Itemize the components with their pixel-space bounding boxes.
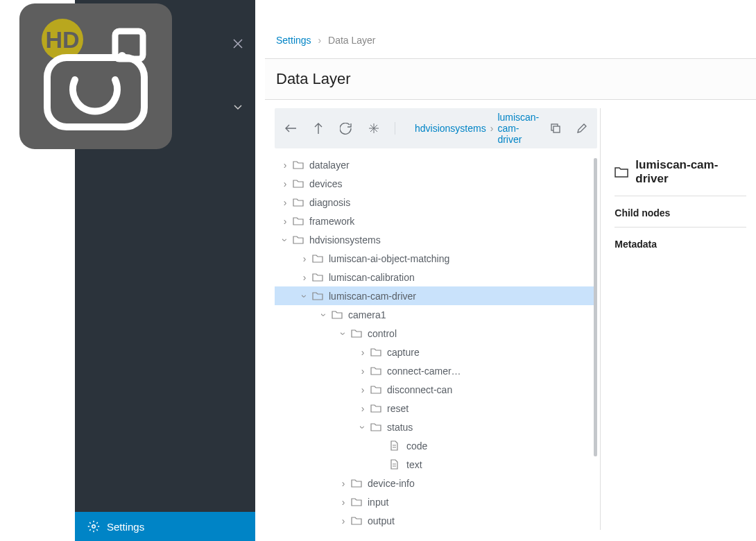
tree-node[interactable]: ›lumiscan-calibration (275, 268, 597, 286)
folder-icon (293, 198, 305, 207)
tree-node[interactable]: ›disconnect-can (275, 380, 597, 399)
chevron-down-icon[interactable]: › (338, 327, 349, 340)
svg-rect-7 (553, 126, 560, 132)
breadcrumb: Settings › Data Layer (265, 35, 756, 58)
tree-node[interactable]: ›reset (275, 399, 597, 418)
chevron-right-icon[interactable]: › (356, 403, 369, 414)
chevron-right-icon[interactable]: › (337, 497, 350, 508)
file-icon (390, 440, 402, 451)
folder-icon (332, 310, 344, 319)
tree-node[interactable]: ›device-info (275, 474, 597, 492)
toolbar-breadcrumb: hdvisionsystems › lumiscan-cam-driver (400, 112, 539, 145)
sidebar-item-settings[interactable]: Settings (75, 512, 255, 541)
detail-title: lumiscan-cam-driver (635, 158, 746, 186)
chevron-right-icon[interactable]: › (337, 515, 350, 526)
file-icon (390, 459, 402, 470)
tree-node[interactable]: ›diagnosis (275, 193, 597, 212)
tree-node[interactable]: ›lumiscan-ai-object-matching (275, 249, 597, 268)
breadcrumb-current: Data Layer (328, 35, 375, 46)
chevron-right-icon[interactable]: › (279, 160, 291, 171)
chevron-right-icon[interactable]: › (279, 178, 291, 189)
tree-node-selected[interactable]: ›lumiscan-cam-driver (275, 286, 597, 305)
svg-point-5 (92, 525, 96, 529)
chevron-right-icon[interactable]: › (337, 478, 350, 489)
folder-icon (615, 166, 628, 178)
tree: ›datalayer ›devices ›diagnosis ›framewor… (275, 155, 597, 530)
folder-icon (312, 273, 325, 282)
folder-icon (293, 235, 305, 244)
folder-icon (351, 479, 363, 488)
chevron-down-icon[interactable]: › (357, 421, 368, 433)
detail-section-metadata: Metadata (615, 227, 746, 258)
tree-node[interactable]: ›framework (275, 212, 597, 230)
toolbar-breadcrumb-2[interactable]: lumiscan-cam-driver (497, 112, 539, 145)
svg-rect-2 (47, 58, 144, 127)
chevron-right-icon[interactable]: › (356, 366, 369, 377)
detail-title-row: lumiscan-cam-driver (615, 158, 746, 196)
tree-panel: hdvisionsystems › lumiscan-cam-driver ›d… (275, 108, 597, 530)
tree-leaf[interactable]: text (275, 455, 597, 474)
tree-node[interactable]: ›output (275, 511, 597, 530)
tree-node[interactable]: ›connect-camer… (275, 361, 597, 380)
copy-icon[interactable] (550, 123, 561, 134)
chevron-down-icon[interactable]: › (318, 309, 329, 321)
close-icon[interactable] (233, 39, 243, 49)
tree-node[interactable]: ›capture (275, 343, 597, 361)
sidebar-settings-label: Settings (107, 521, 144, 533)
tree-node[interactable]: ›datalayer (275, 155, 597, 174)
tree-toolbar: hdvisionsystems › lumiscan-cam-driver (275, 108, 597, 148)
chevron-right-icon[interactable]: › (279, 197, 291, 208)
chevron-right-icon[interactable]: › (298, 272, 311, 283)
folder-icon (293, 160, 305, 169)
folder-icon (370, 422, 383, 431)
folder-icon (312, 291, 325, 300)
folder-icon (351, 516, 363, 525)
svg-point-4 (118, 52, 126, 60)
gear-icon (87, 520, 100, 533)
chevron-right-icon[interactable]: › (298, 253, 311, 264)
chevron-right-icon[interactable]: › (279, 216, 291, 227)
detail-panel: lumiscan-cam-driver Child nodes Metadata (600, 108, 746, 530)
app-logo: HD (19, 3, 172, 149)
tree-leaf[interactable]: code (275, 436, 597, 455)
tree-node[interactable]: ›status (275, 418, 597, 436)
page-title-bar: Data Layer (265, 58, 756, 100)
page-title: Data Layer (276, 70, 745, 88)
toolbar-breadcrumb-1[interactable]: hdvisionsystems (415, 123, 486, 134)
chevron-right-icon[interactable]: › (356, 347, 369, 358)
folder-icon (351, 329, 363, 338)
folder-icon (293, 216, 305, 225)
tree-node[interactable]: ›devices (275, 174, 597, 193)
chevron-right-icon: › (490, 123, 494, 134)
folder-icon (351, 497, 363, 506)
chevron-down-icon[interactable] (233, 104, 243, 111)
breadcrumb-root[interactable]: Settings (276, 35, 311, 46)
back-icon[interactable] (284, 123, 297, 133)
tree-node[interactable]: ›camera1 (275, 305, 597, 324)
folder-icon (370, 404, 383, 413)
sparkle-icon[interactable] (368, 123, 379, 134)
detail-section-child-nodes: Child nodes (615, 196, 746, 227)
edit-icon[interactable] (576, 123, 587, 134)
tree-node[interactable]: ›hdvisionsystems (275, 230, 597, 249)
refresh-icon[interactable] (340, 123, 352, 135)
folder-icon (293, 179, 305, 188)
folder-icon (370, 347, 383, 357)
svg-text:HD: HD (45, 26, 79, 53)
tree-node[interactable]: ›control (275, 324, 597, 343)
up-icon[interactable] (313, 122, 323, 135)
folder-icon (370, 385, 383, 394)
chevron-right-icon[interactable]: › (356, 384, 369, 395)
chevron-down-icon[interactable]: › (280, 234, 291, 246)
chevron-right-icon: › (318, 35, 321, 46)
scrollbar[interactable] (594, 158, 597, 456)
folder-icon (312, 254, 325, 263)
tree-node[interactable]: ›input (275, 492, 597, 511)
folder-icon (370, 366, 383, 375)
main-content: Settings › Data Layer Data Layer hdvisio… (265, 0, 756, 541)
chevron-down-icon[interactable]: › (299, 290, 310, 302)
